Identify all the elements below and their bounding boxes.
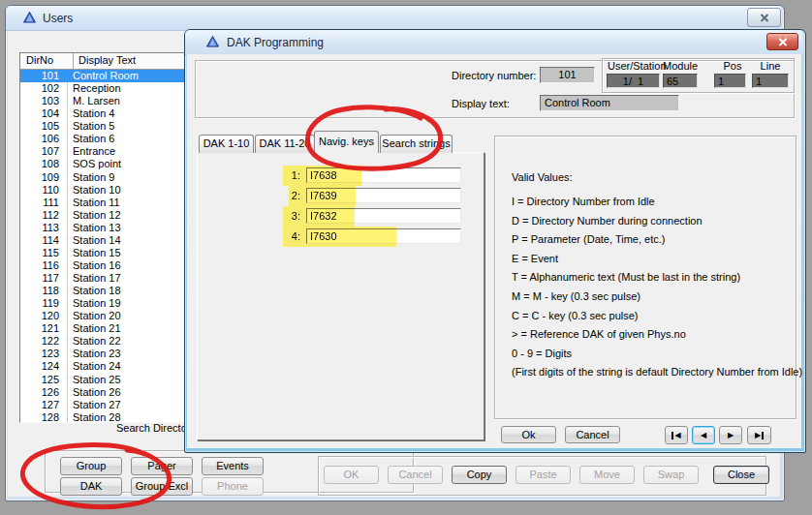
- table-row[interactable]: 112Station 12: [20, 209, 199, 222]
- cell-dirno: 128: [20, 411, 68, 423]
- record-first-button[interactable]: ◀: [665, 426, 688, 444]
- cancel-button: Cancel: [388, 466, 443, 484]
- nav-key-input-4[interactable]: [306, 228, 461, 244]
- cell-display-text: Station 26: [68, 386, 199, 399]
- valid-value-item: M = M - key (0.3 sec pulse): [512, 288, 795, 307]
- table-row[interactable]: 122Station 22: [20, 335, 199, 348]
- table-row[interactable]: 120Station 20: [20, 310, 199, 322]
- module-header: Module: [663, 60, 698, 72]
- cell-dirno: 127: [20, 399, 68, 411]
- cell-display-text: Station 11: [68, 197, 199, 209]
- cell-dirno: 120: [20, 310, 68, 322]
- search-directory-label: Search Director: [116, 422, 190, 434]
- nav-key-input-3[interactable]: [306, 208, 461, 224]
- cell-display-text: Station 21: [68, 322, 199, 335]
- cell-display-text: Station 9: [68, 171, 199, 184]
- column-header-dirno[interactable]: DirNo: [20, 53, 74, 69]
- table-row[interactable]: 119Station 19: [20, 297, 199, 310]
- cell-display-text: Station 27: [68, 399, 199, 411]
- cell-display-text: Station 23: [68, 348, 199, 360]
- record-next-button[interactable]: ▶: [719, 426, 742, 444]
- tab-navig-keys[interactable]: Navig. keys: [314, 131, 379, 153]
- cell-display-text: Station 20: [68, 310, 199, 322]
- cell-dirno: 110: [20, 184, 68, 197]
- user-list: DirNo Display Text 101Control Room102Rec…: [19, 52, 200, 423]
- app-logo-triangle-icon: [23, 12, 36, 23]
- table-row[interactable]: 115Station 15: [20, 247, 199, 259]
- table-row[interactable]: 109Station 9: [20, 171, 199, 184]
- table-row[interactable]: 124Station 24: [20, 360, 199, 373]
- table-row[interactable]: 105Station 5: [20, 120, 199, 133]
- cell-display-text: Station 15: [68, 247, 199, 259]
- copy-button[interactable]: Copy: [452, 466, 507, 484]
- table-row[interactable]: 117Station 17: [20, 272, 199, 285]
- cell-dirno: 124: [20, 360, 68, 373]
- cell-dirno: 118: [20, 285, 68, 297]
- dak-titlebar[interactable]: DAK Programming: [185, 30, 803, 55]
- table-row[interactable]: 123Station 23: [20, 348, 199, 360]
- cell-dirno: 111: [20, 197, 68, 209]
- swap-button: Swap: [643, 466, 699, 484]
- valid-value-item: T = Alphanumeric text (Must be last in t…: [512, 268, 795, 288]
- table-row[interactable]: 101Control Room: [20, 70, 199, 82]
- tab-dak-1-10[interactable]: DAK 1-10: [199, 135, 254, 153]
- users-window-title: Users: [43, 12, 73, 25]
- user-station-header: User/Station: [608, 60, 662, 72]
- table-row[interactable]: 108SOS point: [20, 158, 199, 170]
- record-last-button[interactable]: ▶: [747, 426, 771, 444]
- table-row[interactable]: 118Station 18: [20, 285, 199, 297]
- table-row[interactable]: 114Station 14: [20, 234, 199, 247]
- cell-dirno: 101: [20, 70, 68, 82]
- cell-display-text: Control Room: [68, 70, 199, 82]
- table-row[interactable]: 113Station 13: [20, 222, 199, 234]
- tab-search-strings[interactable]: Search strings: [380, 135, 453, 153]
- users-close-button[interactable]: [747, 8, 781, 27]
- user-station-value: 1/ 1: [607, 74, 660, 88]
- close-button[interactable]: Close: [713, 466, 769, 484]
- table-row[interactable]: 104Station 4: [20, 107, 199, 120]
- cell-display-text: Entrance: [68, 145, 199, 158]
- group-button[interactable]: Group: [60, 457, 122, 475]
- cell-display-text: Station 4: [68, 107, 199, 120]
- ok-button: OK: [324, 466, 379, 484]
- cell-dirno: 109: [20, 171, 68, 184]
- table-row[interactable]: 111Station 11: [20, 197, 199, 209]
- table-row[interactable]: 121Station 21: [20, 322, 199, 335]
- nav-key-input-2[interactable]: [306, 188, 461, 203]
- group-excl-button[interactable]: Group Excl: [131, 477, 193, 496]
- cell-display-text: Station 16: [68, 259, 199, 272]
- table-row[interactable]: 110Station 10: [20, 184, 199, 197]
- cell-display-text: Reception: [68, 82, 199, 95]
- bar-icon: [762, 432, 764, 439]
- table-row[interactable]: 107Entrance: [20, 145, 199, 158]
- cell-dirno: 121: [20, 322, 68, 335]
- dak-cancel-button[interactable]: Cancel: [565, 426, 620, 443]
- table-row[interactable]: 125Station 25: [20, 374, 199, 386]
- nav-key-input-1[interactable]: [306, 167, 461, 183]
- user-list-body: 101Control Room102Reception103M. Larsen1…: [20, 70, 199, 423]
- dak-close-button[interactable]: [766, 33, 798, 50]
- table-row[interactable]: 102Reception: [20, 82, 199, 95]
- valid-value-item: P = Parameter (Date, Time, etc.): [512, 230, 795, 250]
- record-previous-button[interactable]: ◀: [692, 426, 715, 444]
- users-titlebar[interactable]: Users: [6, 6, 782, 31]
- cell-display-text: Station 12: [68, 209, 199, 222]
- pager-button[interactable]: Pager: [131, 457, 193, 475]
- right-triangle-icon: ▶: [755, 432, 761, 439]
- paste-button: Paste: [515, 466, 571, 484]
- valid-value-item: E = Event: [512, 250, 795, 269]
- dak-button[interactable]: DAK: [60, 477, 122, 496]
- table-row[interactable]: 116Station 16: [20, 259, 199, 272]
- table-row[interactable]: 106Station 6: [20, 133, 199, 145]
- valid-value-item: (First digits of the string is default D…: [512, 363, 795, 382]
- events-button[interactable]: Events: [202, 457, 264, 475]
- cell-dirno: 103: [20, 95, 68, 107]
- table-row[interactable]: 103M. Larsen: [20, 95, 199, 107]
- app-logo-triangle-icon: [206, 36, 219, 47]
- tab-dak-11-20[interactable]: DAK 11-20: [255, 135, 315, 153]
- dak-ok-button[interactable]: Ok: [501, 426, 556, 443]
- table-row[interactable]: 127Station 27: [20, 399, 199, 411]
- column-header-display-text[interactable]: Display Text: [74, 53, 199, 69]
- cell-display-text: Station 17: [68, 272, 199, 285]
- table-row[interactable]: 126Station 26: [20, 386, 199, 399]
